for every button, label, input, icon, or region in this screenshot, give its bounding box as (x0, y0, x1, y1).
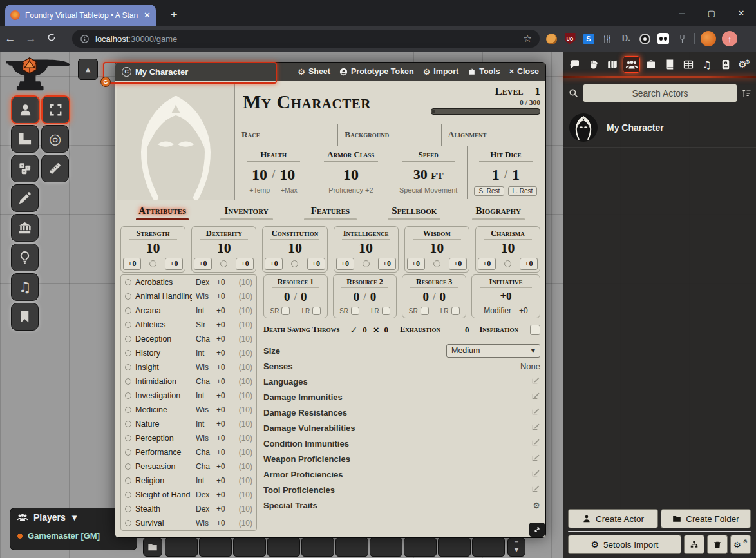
death-fail-count[interactable]: 0 (384, 325, 389, 335)
ability-check-mod[interactable]: +0 (520, 258, 538, 270)
minimize-button[interactable]: ─ (667, 8, 697, 18)
window-header[interactable]: C My Character ⚙ Sheet (115, 63, 545, 81)
ability-check-mod[interactable]: +0 (449, 258, 467, 270)
speed-block[interactable]: Speed 30 ft Special Movement (390, 146, 467, 199)
skill-proficiency-toggle[interactable] (125, 407, 131, 413)
skill-name[interactable]: Deception (135, 334, 192, 343)
initiative-block[interactable]: Initiative +0 Modifier+0 (471, 274, 540, 318)
lr-checkbox[interactable] (451, 307, 460, 315)
lens-extension-icon[interactable] (638, 32, 651, 45)
trait-edit-button[interactable] (531, 391, 540, 403)
browser-tab[interactable]: Foundry Virtual Tabletop • A Stan ✕ (5, 5, 156, 26)
resource-max[interactable]: 0 (439, 290, 446, 304)
skill-proficiency-toggle[interactable] (125, 435, 131, 441)
macro-slot[interactable] (199, 537, 232, 557)
macro-folder-button[interactable] (143, 537, 162, 557)
skill-name[interactable]: Stealth (135, 505, 192, 514)
long-rest-button[interactable]: L. Rest (508, 186, 538, 196)
ability-save-mod[interactable]: +0 (265, 258, 283, 270)
skill-row[interactable]: Persuasion Cha +0 (10) (121, 459, 256, 474)
skill-row[interactable]: Performance Cha +0 (10) (121, 445, 256, 459)
forward-button[interactable]: → (21, 32, 41, 45)
initiative-value[interactable]: +0 (472, 289, 540, 304)
robot-extension-icon[interactable] (657, 32, 670, 45)
ability-save-mod[interactable]: +0 (194, 258, 212, 270)
ruler-tool-button[interactable] (41, 155, 69, 182)
resource-current[interactable]: 0 (422, 290, 429, 304)
resource-max[interactable]: 0 (301, 290, 307, 304)
skill-name[interactable]: Survival (135, 519, 192, 528)
select-targets-button[interactable] (41, 95, 70, 124)
create-folder-button[interactable]: Create Folder (661, 509, 751, 528)
profile-avatar[interactable] (701, 31, 716, 46)
skill-name[interactable]: Persuasion (135, 462, 192, 471)
skill-proficiency-toggle[interactable] (125, 350, 131, 356)
death-fail-icon[interactable]: × (373, 324, 379, 335)
ublock-extension-icon[interactable]: UO (563, 32, 576, 45)
skill-row[interactable]: Nature Int +0 (10) (121, 417, 256, 431)
folder-tree-button[interactable] (684, 535, 704, 554)
speed-value[interactable]: 30 ft (413, 166, 444, 183)
hit-dice-block[interactable]: Hit Dice 1/1 S. Rest L. Rest (467, 146, 544, 199)
resource-block[interactable]: Resource 2 0/0 SR LR (333, 274, 397, 318)
hp-current[interactable]: 10 (252, 166, 267, 184)
skill-name[interactable]: Athletics (135, 320, 192, 329)
proficiency-toggle[interactable] (149, 260, 156, 267)
search-input[interactable] (583, 84, 737, 102)
ability-block[interactable]: Strength 10 +0 +0 (120, 226, 185, 273)
ability-score[interactable]: 10 (192, 240, 256, 256)
header-button[interactable]: × Close (509, 67, 539, 76)
macro-slot[interactable] (233, 537, 266, 557)
macro-slot[interactable] (335, 537, 368, 557)
tab-combat-icon[interactable] (585, 57, 601, 72)
foundry-anvil-logo[interactable] (4, 57, 71, 91)
actor-list-item[interactable]: My Character (563, 108, 756, 148)
info-icon[interactable] (80, 34, 90, 44)
measure-controls-button[interactable] (11, 125, 39, 153)
ability-block[interactable]: Wisdom 10 +0 +0 (404, 226, 469, 273)
sr-checkbox[interactable] (421, 307, 429, 315)
macro-slot[interactable] (301, 537, 334, 557)
skill-name[interactable]: Performance (135, 448, 192, 457)
inspiration-checkbox[interactable] (530, 325, 540, 335)
skill-name[interactable]: Nature (135, 419, 192, 428)
resource-current[interactable]: 0 (284, 290, 290, 304)
wall-tools-button[interactable] (11, 214, 39, 242)
ac-value[interactable]: 10 (343, 166, 359, 184)
detail-field[interactable]: Race (235, 124, 337, 146)
skill-proficiency-toggle[interactable] (125, 492, 131, 498)
skill-row[interactable]: Stealth Dex +0 (10) (121, 502, 256, 516)
ability-save-mod[interactable]: +0 (336, 258, 354, 270)
back-button[interactable]: ← (0, 32, 21, 45)
skill-name[interactable]: Investigation (135, 391, 192, 400)
journal-notes-button[interactable] (11, 303, 39, 331)
tab-scenes-icon[interactable] (604, 57, 620, 72)
measure-template-button[interactable]: ◎ (41, 125, 69, 153)
sound-controls-button[interactable]: ♫ (11, 273, 39, 301)
skill-row[interactable]: Deception Cha +0 (10) (121, 332, 256, 346)
skill-name[interactable]: Perception (135, 434, 192, 443)
reload-button[interactable] (41, 32, 62, 46)
cookie-extension-icon[interactable] (545, 32, 558, 45)
proficiency-toggle[interactable] (504, 260, 511, 267)
size-select[interactable]: Medium ▼ (446, 344, 540, 358)
new-tab-button[interactable]: + (165, 6, 183, 24)
ability-check-mod[interactable]: +0 (307, 258, 325, 270)
skill-proficiency-toggle[interactable] (125, 449, 131, 456)
exhaustion-count[interactable]: 0 (465, 325, 469, 335)
delete-button[interactable] (707, 535, 728, 554)
skill-name[interactable]: Medicine (135, 405, 192, 414)
sr-checkbox[interactable] (281, 307, 290, 315)
tab-close-icon[interactable]: ✕ (144, 10, 151, 20)
hp-temp-label[interactable]: +Temp (249, 186, 270, 194)
proficiency-toggle[interactable] (363, 260, 370, 267)
skill-name[interactable]: Acrobatics (135, 278, 192, 287)
header-button[interactable]: ⚙ Sheet (298, 67, 330, 77)
tile-controls-button[interactable] (11, 155, 39, 182)
trait-edit-button[interactable] (531, 407, 540, 418)
skill-name[interactable]: Arcana (135, 306, 192, 315)
skill-row[interactable]: Perception Wis +0 (10) (121, 431, 256, 445)
tab-actors-icon[interactable] (623, 56, 640, 73)
short-rest-button[interactable]: S. Rest (474, 186, 504, 196)
skill-proficiency-toggle[interactable] (125, 322, 131, 328)
